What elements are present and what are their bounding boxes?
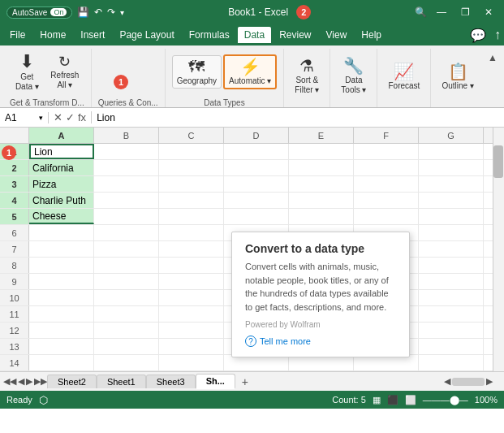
sheet-nav-last[interactable]: ▶▶ (34, 376, 47, 387)
row-header-10[interactable]: 10 (0, 290, 29, 305)
cell-F3[interactable] (354, 176, 419, 192)
cell-E2[interactable] (289, 160, 354, 175)
cell-F5[interactable] (354, 209, 419, 224)
add-sheet-button[interactable]: + (235, 374, 255, 390)
cancel-formula-icon[interactable]: ✕ (54, 111, 62, 123)
menu-formulas[interactable]: Formulas (183, 27, 236, 43)
undo-icon[interactable]: ↶ (94, 6, 102, 18)
cell-B5[interactable] (94, 209, 159, 224)
row-header-5[interactable]: 5 (0, 209, 29, 224)
cell-F2[interactable] (354, 160, 419, 175)
menu-insert[interactable]: Insert (74, 27, 111, 43)
forecast-button[interactable]: 📈 Forecast (384, 61, 424, 93)
cell-A6[interactable] (29, 225, 94, 240)
cell-D5[interactable] (224, 209, 289, 224)
cell-E3[interactable] (289, 176, 354, 192)
sheet-tab-sheet3[interactable]: Sheet3 (146, 375, 196, 388)
share-icon[interactable]: ↑ (494, 28, 501, 42)
sheet-nav-next[interactable]: ▶ (26, 376, 32, 387)
menu-home[interactable]: Home (33, 27, 72, 43)
cell-C5[interactable] (159, 209, 224, 224)
row-header-3[interactable]: 3 (0, 176, 29, 192)
sheet-tab-active[interactable]: Sh... (196, 374, 235, 389)
page-break-view-icon[interactable]: ⬜ (405, 395, 416, 405)
geography-button[interactable]: 🗺 Geography (172, 55, 222, 89)
menu-file[interactable]: File (3, 27, 32, 43)
outline-button[interactable]: 📋 Outline ▾ (437, 61, 477, 93)
row-header-6[interactable]: 6 (0, 225, 29, 240)
cell-F4[interactable] (354, 193, 419, 208)
cell-D4[interactable] (224, 193, 289, 208)
row-header-14[interactable]: 14 (0, 355, 29, 370)
get-data-button[interactable]: ⬇ GetData ▾ (11, 50, 43, 94)
col-header-D[interactable]: D (224, 128, 289, 143)
col-header-F[interactable]: F (354, 128, 419, 143)
sheet-tab-sheet1[interactable]: Sheet1 (97, 375, 146, 388)
normal-view-icon[interactable]: ▦ (373, 395, 381, 405)
data-tools-button[interactable]: 🔧 DataTools ▾ (337, 55, 370, 97)
menu-help[interactable]: Help (355, 27, 388, 43)
menu-page-layout[interactable]: Page Layout (113, 27, 180, 43)
cell-A4[interactable]: Charlie Puth (29, 193, 94, 208)
confirm-formula-icon[interactable]: ✓ (66, 111, 75, 123)
cell-C1[interactable] (159, 144, 224, 159)
cell-C2[interactable] (159, 160, 224, 175)
refresh-all-button[interactable]: ↻ RefreshAll ▾ (46, 52, 83, 93)
cell-reference-box[interactable]: A1 ▾ (0, 112, 49, 123)
cell-C4[interactable] (159, 193, 224, 208)
sheet-nav-first[interactable]: ◀◀ (3, 376, 16, 387)
cell-D1[interactable] (224, 144, 289, 159)
vertical-scrollbar[interactable] (493, 128, 504, 371)
row-header-4[interactable]: 4 (0, 193, 29, 208)
cell-E1[interactable] (289, 144, 354, 159)
cell-B2[interactable] (94, 160, 159, 175)
row-header-8[interactable]: 8 (0, 258, 29, 273)
cell-B3[interactable] (94, 176, 159, 192)
cell-D3[interactable] (224, 176, 289, 192)
cell-C3[interactable] (159, 176, 224, 192)
cell-F1[interactable] (354, 144, 419, 159)
cell-A2[interactable]: California (29, 160, 94, 175)
automatic-button[interactable]: ⚡ Automatic ▾ (223, 54, 277, 89)
cell-A5[interactable]: Cheese (29, 209, 94, 224)
cell-E5[interactable] (289, 209, 354, 224)
cell-A3[interactable]: Pizza (29, 176, 94, 192)
cell-B4[interactable] (94, 193, 159, 208)
comment-icon[interactable]: 💬 (470, 28, 486, 43)
horizontal-scrollbar-area[interactable]: ◀ ▶ (255, 376, 504, 387)
cell-G3[interactable] (419, 176, 484, 192)
cell-G1[interactable] (419, 144, 484, 159)
save-icon[interactable]: 💾 (77, 6, 89, 18)
cell-G5[interactable] (419, 209, 484, 224)
row-header-11[interactable]: 11 (0, 306, 29, 322)
more-icon[interactable]: ▾ (120, 8, 124, 17)
cell-B1[interactable] (94, 144, 159, 159)
search-icon[interactable]: 🔍 (415, 6, 427, 18)
menu-view[interactable]: View (320, 27, 354, 43)
col-header-G[interactable]: G (419, 128, 484, 143)
h-scroll-left[interactable]: ◀ (444, 376, 450, 387)
h-scroll-right[interactable]: ▶ (486, 376, 493, 387)
menu-review[interactable]: Review (273, 27, 317, 43)
row-header-12[interactable]: 12 (0, 323, 29, 338)
cell-G4[interactable] (419, 193, 484, 208)
cell-G2[interactable] (419, 160, 484, 175)
autosave-toggle[interactable]: AutoSave On (6, 6, 72, 19)
row-header-2[interactable]: 2 (0, 160, 29, 175)
minimize-btn[interactable]: — (432, 6, 451, 18)
collapse-ribbon-btn[interactable]: ▲ (485, 49, 501, 67)
maximize-btn[interactable]: ❐ (456, 6, 475, 18)
cell-ref-dropdown-icon[interactable]: ▾ (39, 114, 43, 122)
h-scrollbar-thumb[interactable] (452, 378, 485, 386)
sheet-tab-sheet2[interactable]: Sheet2 (47, 375, 97, 388)
row-header-7[interactable]: 7 (0, 241, 29, 257)
redo-icon[interactable]: ↷ (107, 6, 115, 18)
col-header-E[interactable]: E (289, 128, 354, 143)
cell-A1[interactable]: Lion (29, 144, 94, 159)
col-header-B[interactable]: B (94, 128, 159, 143)
page-layout-view-icon[interactable]: ⬛ (387, 395, 398, 405)
scrollbar-thumb[interactable] (493, 145, 503, 178)
menu-data[interactable]: Data (238, 27, 271, 43)
col-header-C[interactable]: C (159, 128, 224, 143)
cell-E4[interactable] (289, 193, 354, 208)
